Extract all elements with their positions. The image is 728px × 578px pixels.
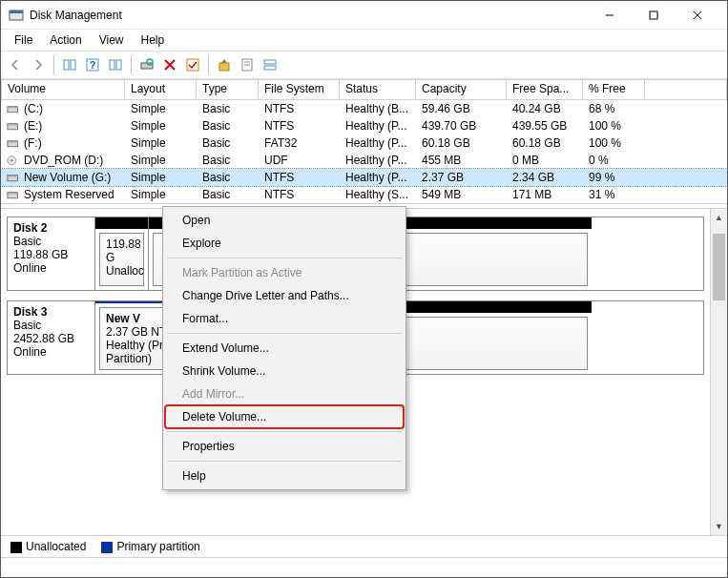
cell-capacity: 2.37 GB: [416, 170, 507, 185]
disk-size: 119.88 GB: [13, 248, 89, 261]
cell-type: Basic: [197, 135, 259, 151]
volume-rows: (C:)SimpleBasicNTFSHealthy (B...59.46 GB…: [1, 100, 727, 203]
close-button[interactable]: [676, 1, 719, 30]
delete-button[interactable]: [159, 54, 180, 75]
svg-rect-22: [8, 107, 18, 109]
menu-open[interactable]: Open: [165, 209, 404, 232]
cell-pct: 68 %: [583, 101, 645, 116]
cell-pct: 99 %: [583, 170, 645, 185]
help-button[interactable]: ?: [82, 54, 103, 75]
volume-row[interactable]: (E:)SimpleBasicNTFSHealthy (P...439.70 G…: [1, 117, 727, 134]
disk-label[interactable]: Disk 2Basic119.88 GBOnline: [8, 217, 95, 290]
col-pctfree[interactable]: % Free: [583, 79, 645, 100]
cell-free: 40.24 GB: [507, 101, 583, 116]
menu-extend[interactable]: Extend Volume...: [165, 337, 404, 360]
volume-row[interactable]: New Volume (G:)SimpleBasicNTFSHealthy (P…: [1, 169, 727, 186]
svg-rect-14: [187, 59, 198, 71]
menu-separator: [167, 431, 402, 432]
col-volume[interactable]: Volume: [1, 79, 125, 100]
toolbar-separator: [208, 55, 209, 74]
cell-free: 439.55 GB: [507, 118, 583, 134]
svg-rect-6: [64, 60, 69, 70]
col-type[interactable]: Type: [197, 79, 259, 100]
menu-format[interactable]: Format...: [165, 307, 404, 330]
drive-icon: [7, 190, 20, 200]
forward-button[interactable]: [28, 54, 49, 75]
col-filesystem[interactable]: File System: [259, 79, 340, 100]
cell-capacity: 549 MB: [416, 187, 507, 202]
menu-delete-volume[interactable]: Delete Volume...: [165, 405, 404, 428]
svg-rect-10: [110, 60, 114, 70]
cell-free: 0 MB: [507, 153, 583, 168]
column-headers: Volume Layout Type File System Status Ca…: [1, 79, 727, 100]
volume-row[interactable]: System ReservedSimpleBasicNTFSHealthy (S…: [1, 186, 727, 203]
volume-row[interactable]: (C:)SimpleBasicNTFSHealthy (B...59.46 GB…: [1, 100, 727, 117]
up-button[interactable]: [214, 54, 235, 75]
partition[interactable]: 119.88 GUnalloc: [95, 217, 149, 290]
svg-rect-26: [8, 141, 18, 143]
menu-shrink[interactable]: Shrink Volume...: [165, 360, 404, 382]
menu-separator: [167, 461, 402, 462]
menu-help[interactable]: Help: [165, 464, 404, 487]
svg-rect-30: [8, 175, 18, 177]
cell-pct: 0 %: [583, 153, 645, 168]
col-layout[interactable]: Layout: [125, 79, 197, 100]
menubar: File Action View Help: [1, 30, 727, 51]
cell-pct: 100 %: [583, 118, 645, 134]
cell-type: Basic: [197, 153, 259, 168]
cell-free: 60.18 GB: [507, 135, 583, 151]
volume-name: System Reserved: [24, 188, 114, 201]
col-freespace[interactable]: Free Spa...: [507, 79, 583, 100]
menu-action[interactable]: Action: [42, 31, 89, 49]
cell-fs: NTFS: [259, 187, 340, 202]
check-button[interactable]: [182, 54, 203, 75]
back-button[interactable]: [5, 54, 26, 75]
scroll-up-arrow[interactable]: ▲: [711, 209, 727, 226]
properties-button[interactable]: [237, 54, 258, 75]
col-capacity[interactable]: Capacity: [416, 79, 507, 100]
col-spacer: [645, 79, 727, 100]
menu-separator: [167, 333, 402, 334]
legend-primary: Primary partition: [101, 540, 199, 553]
toolbar-separator: [131, 55, 132, 74]
legend: Unallocated Primary partition: [1, 535, 727, 558]
menu-file[interactable]: File: [7, 31, 40, 49]
minimize-button[interactable]: [588, 1, 632, 30]
legend-unallocated: Unallocated: [10, 540, 86, 553]
scroll-thumb[interactable]: [713, 234, 725, 300]
menu-view[interactable]: View: [92, 31, 132, 49]
cell-capacity: 60.18 GB: [416, 135, 507, 151]
menu-explore[interactable]: Explore: [165, 232, 404, 255]
scroll-down-arrow[interactable]: ▼: [711, 518, 727, 535]
col-status[interactable]: Status: [340, 79, 416, 100]
volume-name: (F:): [24, 136, 42, 150]
cell-layout: Simple: [125, 153, 197, 168]
cell-fs: UDF: [259, 153, 340, 168]
disk-label[interactable]: Disk 3Basic2452.88 GBOnline: [8, 301, 95, 374]
app-icon: [9, 8, 24, 23]
cell-type: Basic: [197, 101, 259, 116]
drive-icon: [7, 104, 20, 114]
cell-layout: Simple: [125, 135, 197, 151]
menu-separator: [167, 258, 402, 258]
cell-pct: 31 %: [583, 187, 645, 202]
volume-row[interactable]: DVD_ROM (D:)SimpleBasicUDFHealthy (P...4…: [1, 152, 727, 169]
menu-help[interactable]: Help: [134, 31, 173, 49]
cell-free: 171 MB: [507, 187, 583, 202]
partition-stripe: [95, 217, 148, 229]
vertical-scrollbar[interactable]: ▲ ▼: [710, 209, 727, 535]
cell-status: Healthy (P...: [340, 170, 416, 185]
volume-row[interactable]: (F:)SimpleBasicFAT32Healthy (P...60.18 G…: [1, 134, 727, 152]
menu-properties[interactable]: Properties: [165, 435, 404, 458]
volume-name: New Volume (G:): [24, 171, 111, 184]
menu-change-letter[interactable]: Change Drive Letter and Paths...: [165, 284, 404, 307]
settings-button[interactable]: [105, 54, 126, 75]
svg-rect-7: [71, 60, 75, 70]
cell-type: Basic: [197, 187, 259, 202]
refresh-button[interactable]: [136, 54, 157, 75]
list-button[interactable]: [260, 54, 281, 75]
cell-capacity: 59.46 GB: [416, 101, 507, 116]
titlebar: Disk Management: [1, 1, 727, 30]
maximize-button[interactable]: [632, 1, 676, 30]
show-hide-button[interactable]: [59, 54, 80, 75]
